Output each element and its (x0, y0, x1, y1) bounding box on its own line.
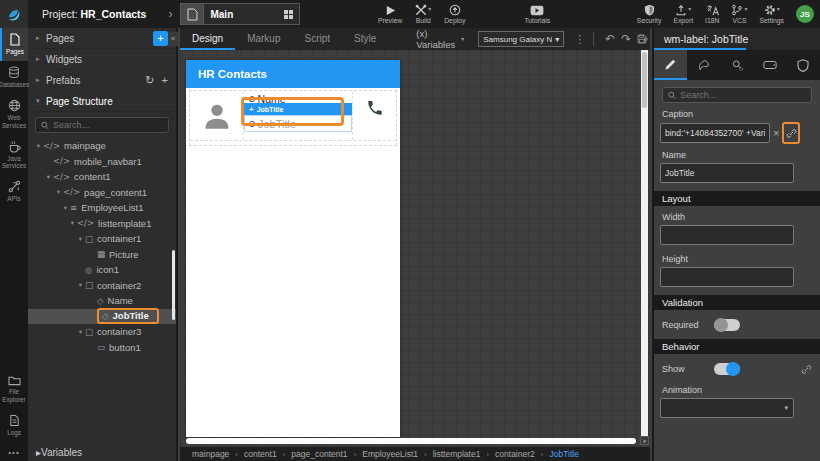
tree-item-icon1[interactable]: ◎ icon1 (28, 262, 176, 278)
redo-icon[interactable]: ↷ (621, 32, 631, 46)
chevron-down-icon[interactable]: ▾ (44, 173, 53, 181)
chevron-down-icon[interactable]: ▾ (34, 142, 43, 150)
bind-show-button[interactable] (801, 364, 812, 375)
name-input[interactable] (660, 163, 794, 183)
list-template-row[interactable]: ⊘ Name + JobTitle ⊘ JobTitle (190, 91, 396, 141)
breadcrumb-item[interactable]: listtemplate1 (433, 449, 481, 459)
rail-item-web-services[interactable]: Web Services (0, 94, 28, 134)
structure-search[interactable] (35, 117, 169, 133)
breadcrumb-item-current[interactable]: JobTitle (549, 449, 578, 459)
tree-item-mainpage[interactable]: ▾ </> mainpage (28, 138, 176, 154)
rail-item-file-explorer[interactable]: File Explorer (0, 370, 28, 408)
tree-item-picture[interactable]: ▦ Picture (28, 247, 176, 263)
tree-item-content1[interactable]: ▾ </> content1 (28, 169, 176, 185)
bind-property-button[interactable] (782, 122, 800, 144)
undo-icon[interactable]: ↶ (605, 32, 615, 46)
tree-item-container3[interactable]: ▾ □ container3 (28, 324, 176, 340)
tab-device[interactable] (754, 50, 787, 80)
chevron-down-icon[interactable]: ▾ (76, 281, 85, 289)
picture-widget[interactable] (190, 91, 244, 140)
preview-button[interactable]: Preview (378, 5, 402, 24)
tab-search-settings[interactable] (720, 50, 753, 80)
refresh-icon[interactable]: ↻ (145, 74, 154, 87)
tab-properties[interactable] (654, 50, 687, 80)
collapse-panel-button[interactable]: « (168, 32, 178, 46)
tree-item-jobtitle[interactable]: ◇ JobTitle (28, 309, 176, 325)
user-avatar[interactable]: JS (796, 5, 814, 23)
kebab-menu-icon[interactable]: ⋮ (574, 33, 585, 46)
vertical-scrollbar[interactable] (641, 50, 648, 440)
container2-widget[interactable]: ⊘ Name + JobTitle ⊘ JobTitle (244, 91, 352, 140)
tab-script[interactable]: Script (293, 28, 343, 50)
rail-item-logs[interactable]: Logs (0, 409, 28, 442)
build-button[interactable]: ▾ Build (415, 4, 431, 24)
tree-item-name[interactable]: ◇ Name (28, 293, 176, 309)
section-widgets[interactable]: ▸ Widgets (28, 49, 176, 70)
tree-item-button1[interactable]: ▭ button1 (28, 340, 176, 356)
chevron-down-icon[interactable]: ▾ (68, 219, 77, 227)
tree-item-page-content1[interactable]: ▾ </> page_content1 (28, 185, 176, 201)
section-pages[interactable]: ▸ Pages + (28, 28, 176, 49)
tab-style[interactable]: Style (342, 28, 388, 50)
variables-dropdown[interactable]: (x) Variables ▾ (416, 28, 464, 50)
clear-binding-icon[interactable]: × (773, 127, 779, 139)
horizontal-scrollbar[interactable] (186, 438, 636, 444)
security-button[interactable]: Security (637, 4, 662, 24)
height-input[interactable] (660, 267, 794, 287)
tree-item-container2[interactable]: ▾ □ container2 (28, 278, 176, 294)
export-button[interactable]: ▾ Export (673, 4, 693, 24)
call-button-widget[interactable] (352, 91, 396, 140)
breadcrumb-item[interactable]: content1 (244, 449, 277, 459)
section-prefabs[interactable]: ▸ Prefabs ↻ + (28, 70, 176, 91)
tab-security[interactable] (787, 50, 820, 80)
add-prefab-button[interactable]: + (162, 74, 168, 86)
properties-search[interactable] (662, 87, 812, 103)
chevron-down-icon[interactable]: ▾ (76, 328, 85, 336)
chevron-down-icon[interactable]: ▾ (76, 235, 85, 243)
tree-scrollbar[interactable] (172, 250, 175, 320)
rail-item-pages[interactable]: Pages (0, 28, 28, 61)
tree-item-employeelist1[interactable]: ▾ ≡ EmployeeList1 (28, 200, 176, 216)
width-input[interactable] (660, 225, 794, 245)
grid-icon[interactable] (284, 10, 293, 19)
tab-design[interactable]: Design (180, 28, 235, 50)
tree-item-mobile-navbar1[interactable]: </> mobile_navbar1 (28, 154, 176, 170)
jobtitle-label-widget[interactable]: ⊘ JobTitle (244, 115, 352, 132)
expand-panel-icon[interactable]: » (643, 34, 648, 44)
add-page-button[interactable]: + (153, 31, 168, 46)
tab-markup[interactable]: Markup (235, 28, 292, 50)
required-toggle[interactable] (714, 319, 740, 331)
app-header[interactable]: HR Contacts (186, 60, 400, 88)
chevron-down-icon[interactable]: ▾ (54, 188, 63, 196)
i18n-button[interactable]: I18N (705, 4, 719, 24)
properties-search-input[interactable] (680, 90, 806, 100)
breadcrumb-item[interactable]: mainpage (192, 449, 229, 459)
selected-widget-tag[interactable]: + JobTitle (244, 103, 352, 115)
page-selector-dropdown[interactable]: Main (204, 3, 300, 25)
tree-item-listtemplate1[interactable]: ▾ </> listtemplate1 (28, 216, 176, 232)
more-options-icon[interactable]: ••• (0, 442, 28, 461)
rail-item-databases[interactable]: Databases (0, 61, 28, 94)
rail-item-apis[interactable]: APIs (0, 175, 28, 208)
structure-search-input[interactable] (53, 120, 163, 130)
device-selector[interactable]: Samsung Galaxy Note III ▾ (478, 31, 564, 47)
chevron-down-icon[interactable]: ▾ (61, 204, 70, 212)
vcs-button[interactable]: ▾ VCS (731, 4, 747, 24)
section-variables[interactable]: ▸ Variables (28, 442, 176, 461)
breadcrumb-item[interactable]: EmployeeList1 (362, 449, 418, 459)
scroll-down-button[interactable]: ▾ (640, 436, 649, 445)
wavemaker-logo[interactable] (0, 0, 28, 28)
employee-list-widget[interactable]: ⊘ Name + JobTitle ⊘ JobTitle (189, 90, 397, 146)
animation-dropdown[interactable]: ▾ (660, 398, 794, 418)
show-toggle[interactable] (714, 363, 740, 375)
settings-button[interactable]: ▾ Settings (759, 4, 784, 24)
rail-item-java-services[interactable]: Java Services (0, 135, 28, 175)
breadcrumb-item[interactable]: page_content1 (291, 449, 347, 459)
tutorials-button[interactable]: Tutorials (524, 5, 550, 24)
tree-item-container1[interactable]: ▾ □ container1 (28, 231, 176, 247)
caption-input[interactable] (660, 123, 770, 143)
tab-styles[interactable] (687, 50, 720, 80)
section-page-structure[interactable]: ▾ Page Structure (28, 91, 176, 112)
design-canvas[interactable]: HR Contacts ⊘ Name (180, 50, 650, 447)
deploy-button[interactable]: Deploy (444, 4, 465, 24)
